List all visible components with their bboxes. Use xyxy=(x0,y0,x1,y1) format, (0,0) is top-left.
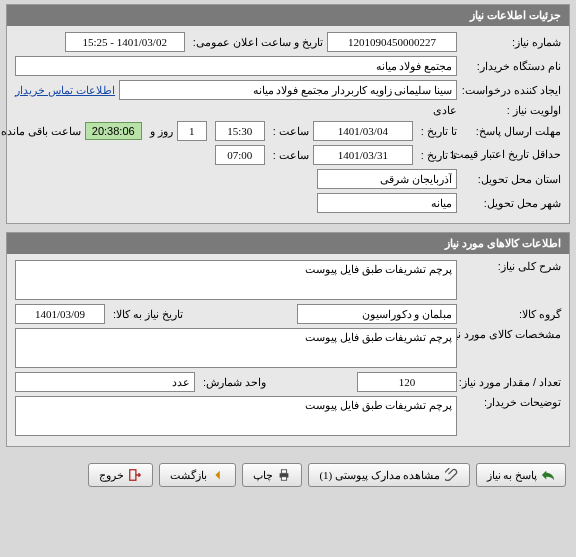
exit-button-label: خروج xyxy=(99,469,124,482)
need-no-field[interactable] xyxy=(327,32,457,52)
announce-field[interactable] xyxy=(65,32,185,52)
print-button[interactable]: چاپ xyxy=(242,463,302,487)
time-label-1: ساعت : xyxy=(269,125,309,138)
unit-label: واحد شمارش: xyxy=(199,376,266,389)
need-date-field[interactable] xyxy=(15,304,105,324)
contact-link[interactable]: اطلاعات تماس خریدار xyxy=(15,84,115,97)
door-exit-icon xyxy=(128,468,142,482)
back-button-label: بازگشت xyxy=(170,469,207,482)
priority-label: اولویت نیاز : xyxy=(461,104,561,117)
creator-label: ایجاد کننده درخواست: xyxy=(461,84,561,97)
paperclip-icon xyxy=(445,468,459,482)
qty-field[interactable] xyxy=(357,372,457,392)
city-field[interactable] xyxy=(317,193,457,213)
validity-label: حداقل تاریخ اعتبار قیمت: xyxy=(461,148,561,161)
spec-label: مشخصات کالای مورد نیاز: xyxy=(461,328,561,341)
province-label: استان محل تحویل: xyxy=(461,173,561,186)
arrow-reply-icon xyxy=(541,468,555,482)
button-bar: پاسخ به نیاز مشاهده مدارک پیوستی (1) چاپ… xyxy=(0,455,576,495)
deadline-date-field[interactable] xyxy=(313,121,413,141)
priority-value: عادی xyxy=(433,104,457,117)
need-no-label: شماره نیاز: xyxy=(461,36,561,49)
reply-button[interactable]: پاسخ به نیاز xyxy=(476,463,567,487)
note-field[interactable] xyxy=(15,396,457,436)
group-label: گروه کالا: xyxy=(461,308,561,321)
attachments-button[interactable]: مشاهده مدارک پیوستی (1) xyxy=(308,463,469,487)
days-field[interactable] xyxy=(177,121,207,141)
svg-rect-3 xyxy=(130,470,136,481)
to-date-label-1: تا تاریخ : xyxy=(417,125,457,138)
city-label: شهر محل تحویل: xyxy=(461,197,561,210)
svg-rect-2 xyxy=(282,477,287,481)
print-button-label: چاپ xyxy=(253,469,273,482)
buyer-label: نام دستگاه خریدار: xyxy=(461,60,561,73)
arrow-back-icon xyxy=(211,468,225,482)
days-label: روز و xyxy=(146,125,173,138)
countdown-timer: 20:38:06 xyxy=(85,122,142,140)
province-field[interactable] xyxy=(317,169,457,189)
desc-label: شرح کلی نیاز: xyxy=(461,260,561,273)
panel1-header: جزئیات اطلاعات نیاز xyxy=(7,5,569,26)
to-date-label-2: تا تاریخ : xyxy=(417,149,457,162)
qty-label: تعداد / مقدار مورد نیاز: xyxy=(461,376,561,389)
desc-field[interactable] xyxy=(15,260,457,300)
need-date-label: تاریخ نیاز به کالا: xyxy=(109,308,183,321)
remaining-label: ساعت باقی مانده xyxy=(0,125,81,138)
validity-time-field[interactable] xyxy=(215,145,265,165)
creator-field[interactable] xyxy=(119,80,457,100)
goods-info-panel: اطلاعات کالاهای مورد نیاز شرح کلی نیاز: … xyxy=(6,232,570,447)
printer-icon xyxy=(277,468,291,482)
panel2-header: اطلاعات کالاهای مورد نیاز xyxy=(7,233,569,254)
deadline-label: مهلت ارسال پاسخ: xyxy=(461,125,561,138)
deadline-time-field[interactable] xyxy=(215,121,265,141)
back-button[interactable]: بازگشت xyxy=(159,463,236,487)
buyer-field[interactable] xyxy=(15,56,457,76)
note-label: توضیحات خریدار: xyxy=(461,396,561,409)
need-details-panel: جزئیات اطلاعات نیاز شماره نیاز: تاریخ و … xyxy=(6,4,570,224)
svg-rect-1 xyxy=(282,470,287,474)
validity-date-field[interactable] xyxy=(313,145,413,165)
unit-field[interactable] xyxy=(15,372,195,392)
time-label-2: ساعت : xyxy=(269,149,309,162)
announce-label: تاریخ و ساعت اعلان عمومی: xyxy=(189,36,323,49)
exit-button[interactable]: خروج xyxy=(88,463,153,487)
attachments-button-label: مشاهده مدارک پیوستی (1) xyxy=(319,469,440,482)
reply-button-label: پاسخ به نیاز xyxy=(487,469,538,482)
spec-field[interactable] xyxy=(15,328,457,368)
group-field[interactable] xyxy=(297,304,457,324)
